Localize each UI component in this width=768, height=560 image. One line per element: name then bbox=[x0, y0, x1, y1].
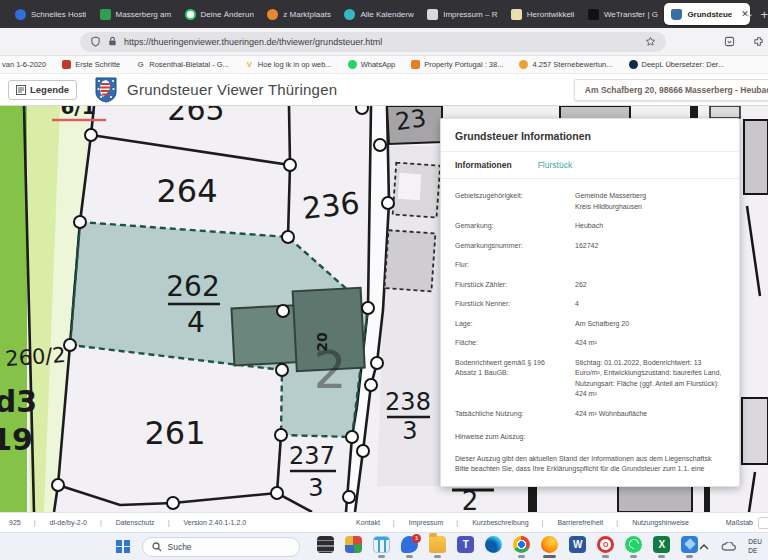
bookmark-item[interactable]: VHoe log ik in op web... bbox=[245, 60, 332, 69]
panel-tabs: Informationen Flurstück bbox=[441, 152, 739, 179]
tab-flurstueck[interactable]: Flurstück bbox=[538, 160, 572, 170]
legend-icon bbox=[16, 85, 26, 95]
field-row: Flurstück Zähler:262 bbox=[455, 280, 725, 291]
address-search-input[interactable]: Am Schafberg 20, 98666 Masserberg - Heub… bbox=[574, 79, 768, 101]
panel-body: Gebietszugehörigkeit:Gemeinde Masserberg… bbox=[441, 179, 739, 475]
language-indicator[interactable]: DEU DE bbox=[748, 538, 762, 554]
bookmark-item[interactable]: 4.257 Sternebewertun... bbox=[519, 60, 612, 69]
parcel-label-261: 261 bbox=[144, 414, 205, 452]
thuringia-shield-icon bbox=[671, 9, 682, 20]
legende-button[interactable]: Legende bbox=[8, 80, 77, 100]
thuringia-coat-of-arms bbox=[95, 77, 117, 103]
field-row: Tatsächliche Nutzung:424 m² Wohnbaufläch… bbox=[455, 409, 725, 420]
hinweise-text-line2: Bitte beachten Sie, dass Ihre Erklärungs… bbox=[455, 464, 725, 475]
url-text[interactable]: https://thueringenviewer.thueringen.de/t… bbox=[124, 37, 639, 47]
app-icon-teams[interactable]: T bbox=[456, 536, 475, 558]
app-icon-chrome[interactable] bbox=[512, 536, 531, 558]
windows-start-button[interactable] bbox=[116, 540, 130, 554]
footer-datenschutz-link[interactable]: Datenschutz bbox=[109, 519, 177, 526]
bookmarks-bar: van 1-6-2020 Erste Schritte GRosenthal-B… bbox=[0, 56, 768, 74]
tab-label: Deine Änderun bbox=[201, 10, 254, 19]
saved-pages-icon[interactable] bbox=[724, 36, 735, 47]
browser-tab-bar: Schnelles Hosti Masserberg am Deine Ände… bbox=[0, 0, 768, 28]
field-row: Gemarkung:Heubach bbox=[455, 221, 725, 232]
bookmark-item[interactable]: WhatsApp bbox=[348, 60, 396, 69]
app-icon-notes[interactable] bbox=[316, 536, 335, 558]
browser-tab[interactable]: Impressum – R bbox=[420, 3, 504, 25]
url-field[interactable]: https://thueringenviewer.thueringen.de/t… bbox=[80, 32, 666, 52]
new-tab-button[interactable]: + bbox=[760, 7, 768, 22]
footer-kurzbeschreibung-link[interactable]: Kurzbeschreibung bbox=[465, 519, 550, 526]
parcel-label-23: 23 bbox=[394, 106, 428, 136]
tab-label: Grundsteue bbox=[687, 10, 732, 19]
footer-kontakt-link[interactable]: Kontakt bbox=[349, 519, 402, 526]
bookmark-favicon bbox=[348, 60, 357, 69]
parcel-label-237: 237 bbox=[289, 442, 335, 470]
footer-license-link[interactable]: dl-de/by-2-0 bbox=[43, 519, 109, 526]
app-icon-file-explorer[interactable] bbox=[428, 536, 447, 558]
browser-tab[interactable]: WeTransfer | G bbox=[581, 3, 665, 25]
footer-barrierefreiheit-link[interactable]: Barrierefreiheit bbox=[550, 519, 625, 526]
parcel-label-236: 236 bbox=[301, 185, 362, 226]
app-icon-photos-collage[interactable] bbox=[344, 536, 363, 558]
browser-tab-active[interactable]: Grundsteue✕ bbox=[664, 3, 750, 25]
footer-impressum-link[interactable]: Impressum bbox=[402, 519, 465, 526]
field-row: Gebietszugehörigkeit:Gemeinde Masserberg… bbox=[455, 191, 725, 212]
browser-tab[interactable]: Schnelles Hosti bbox=[8, 3, 93, 25]
viewer-header: Legende Grundsteuer Viewer Thüringen Am … bbox=[0, 74, 768, 106]
browser-tab[interactable]: z Marktplaats bbox=[260, 3, 337, 25]
tab-label: WeTransfer | G bbox=[604, 10, 658, 19]
parcel-label-265: 265 bbox=[167, 106, 224, 127]
parcel-label-262-den: 4 bbox=[187, 306, 205, 339]
browser-tab[interactable]: Alle Kalenderw bbox=[337, 3, 420, 25]
app-icon-edge[interactable] bbox=[484, 536, 503, 558]
taskbar-chevron-up-icon[interactable] bbox=[699, 543, 709, 551]
shield-permissions-icon[interactable] bbox=[90, 36, 101, 47]
tab-favicon bbox=[267, 9, 278, 20]
tab-favicon bbox=[344, 9, 355, 20]
app-icon-recycle-bin[interactable] bbox=[372, 536, 391, 558]
tab-label: Impressum – R bbox=[443, 10, 497, 19]
parcel-label-260-2: 260/2 bbox=[4, 343, 66, 371]
scale-input[interactable] bbox=[758, 517, 768, 529]
field-row: Flur: bbox=[455, 260, 725, 271]
toolbar-icons bbox=[724, 36, 764, 47]
field-row: Bodenrichtwert gemäß § 196 Absatz 1 BauG… bbox=[455, 358, 725, 400]
footer-nutzungshinweise-link[interactable]: Nutzungshinweise bbox=[625, 519, 696, 526]
bookmark-favicon bbox=[519, 60, 528, 69]
tab-label: Schnelles Hosti bbox=[31, 10, 86, 19]
app-icon-whatsapp[interactable] bbox=[624, 536, 643, 558]
app-icon-maps[interactable]: 1 bbox=[400, 536, 419, 558]
bookmark-item[interactable]: GRosenthal-Bielatal - G... bbox=[136, 60, 229, 69]
browser-tab[interactable]: Deine Änderun bbox=[178, 3, 261, 25]
onedrive-cloud-icon[interactable] bbox=[721, 542, 736, 552]
bookmark-star-icon[interactable] bbox=[645, 36, 656, 47]
app-icon-word[interactable]: W bbox=[568, 536, 587, 558]
extension-icon[interactable] bbox=[753, 36, 764, 47]
field-row: Fläche:424 m² bbox=[455, 338, 725, 349]
browser-tab[interactable]: Herontwikkeli bbox=[504, 3, 581, 25]
parcel-label-6-1: 6/1 bbox=[60, 106, 95, 119]
app-icon-opera[interactable]: O bbox=[596, 536, 615, 558]
screen: Schnelles Hosti Masserberg am Deine Ände… bbox=[0, 0, 768, 560]
bookmark-item[interactable]: Property Portugal : 38... bbox=[411, 60, 503, 69]
app-icon-firefox-active[interactable] bbox=[540, 536, 559, 558]
tab-favicon bbox=[100, 9, 111, 20]
tab-label: Alle Kalenderw bbox=[360, 10, 413, 19]
grundsteuer-info-panel: Grundsteuer Informationen Informationen … bbox=[440, 118, 740, 487]
tab-favicon bbox=[511, 9, 522, 20]
taskbar-search-input[interactable]: Suche bbox=[142, 537, 301, 557]
bookmark-favicon: V bbox=[245, 60, 254, 69]
bookmark-item[interactable]: DeepL Übersetzer: Der... bbox=[629, 60, 725, 69]
tab-favicon bbox=[185, 9, 196, 20]
bookmark-item[interactable]: van 1-6-2020 bbox=[2, 60, 46, 69]
app-icon-excel[interactable]: X bbox=[652, 536, 671, 558]
tab-informationen[interactable]: Informationen bbox=[455, 160, 512, 170]
footer-copyright-fragment: 925 bbox=[2, 519, 43, 526]
field-row: Lage:Am Schafberg 20 bbox=[455, 319, 725, 330]
app-icon-photos[interactable] bbox=[680, 536, 699, 558]
browser-tab[interactable]: Masserberg am bbox=[93, 3, 178, 25]
bookmark-item[interactable]: Erste Schritte bbox=[62, 60, 120, 69]
field-row: Flurstück Nenner:4 bbox=[455, 299, 725, 310]
tab-overflow-chevron-icon[interactable]: ⌄ bbox=[745, 7, 754, 20]
